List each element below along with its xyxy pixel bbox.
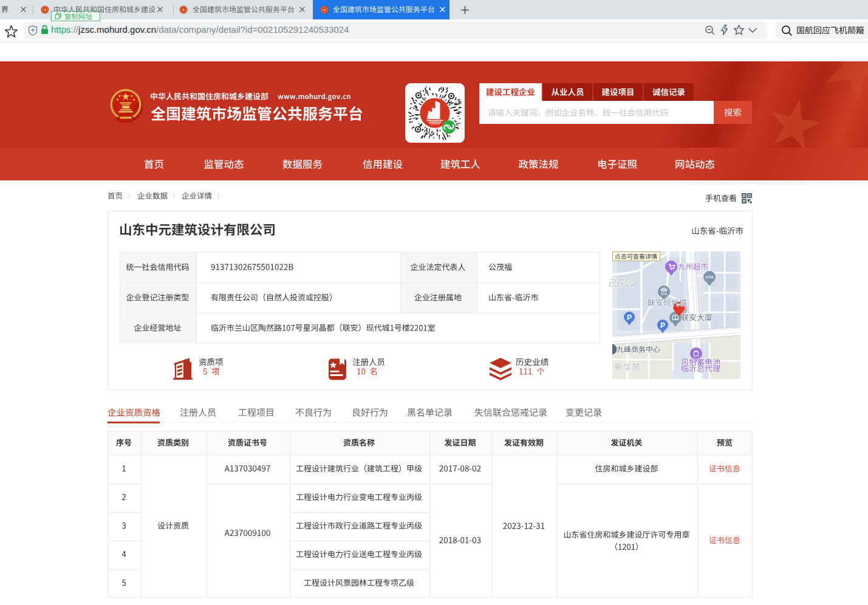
svg-text:P: P bbox=[660, 321, 665, 330]
svg-text:P: P bbox=[627, 313, 632, 322]
